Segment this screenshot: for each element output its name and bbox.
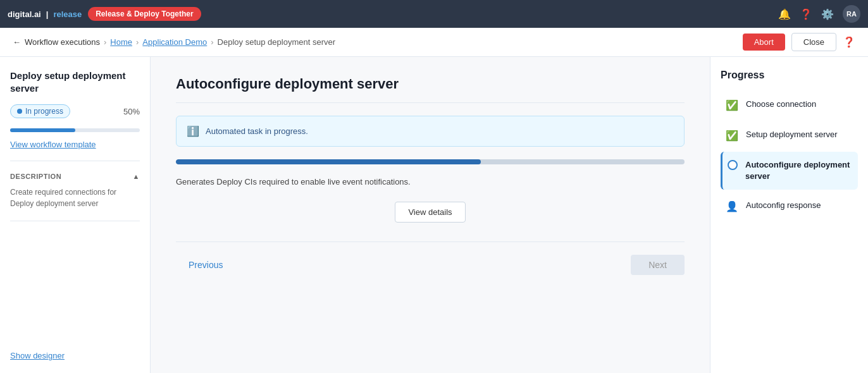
content-area: Autoconfigure deployment server ℹ️ Autom… <box>151 57 710 373</box>
breadcrumb-help-icon[interactable]: ❓ <box>843 36 855 48</box>
sidebar-divider2 <box>10 221 140 221</box>
task-progress-fill <box>176 159 481 164</box>
release-badge: Release & Deploy Together <box>88 7 201 21</box>
info-icon: ℹ️ <box>187 125 199 137</box>
sidebar-progress-fill <box>10 128 75 132</box>
top-nav-left: digital.ai | release Release & Deploy To… <box>8 7 201 21</box>
status-row: In progress 50% <box>10 104 140 118</box>
status-percent: 50% <box>123 107 140 116</box>
nav-divider <box>176 242 685 242</box>
content-title: Autoconfigure deployment server <box>176 76 685 92</box>
bell-icon[interactable]: 🔔 <box>778 8 791 20</box>
sep2: › <box>136 37 139 47</box>
logo: digital.ai | release <box>8 9 82 19</box>
info-box: ℹ️ Automated task in progress. <box>176 116 685 147</box>
sidebar: Deploy setup deployment server In progre… <box>0 57 151 373</box>
top-nav-right: 🔔 ❓ ⚙️ RA <box>778 5 860 23</box>
progress-item-choose-connection: ✅ Choose connection <box>721 91 858 119</box>
progress-panel: Progress ✅ Choose connection ✅ Setup dep… <box>710 57 868 373</box>
view-template-link[interactable]: View workflow template <box>10 140 140 149</box>
progress-item-autoconfigure: Autoconfigure deployment server <box>721 152 858 190</box>
progress-label-2: Setup deployment server <box>746 129 838 140</box>
abort-button[interactable]: Abort <box>743 34 785 51</box>
description-label: DESCRIPTION <box>10 173 61 180</box>
back-arrow-icon: ← <box>13 37 21 47</box>
back-button[interactable]: ← Workflow executions <box>13 37 100 47</box>
status-dot-icon <box>17 109 22 114</box>
logo-text: digital.ai <box>8 9 41 19</box>
step-nav: Previous Next <box>176 255 685 275</box>
status-label: In progress <box>25 107 63 116</box>
progress-label-4: Autoconfig response <box>746 200 821 211</box>
help-icon[interactable]: ❓ <box>800 8 812 20</box>
progress-label-1: Choose connection <box>746 99 816 110</box>
app-link[interactable]: Application Demo <box>142 37 207 47</box>
chevron-up-icon[interactable]: ▲ <box>133 173 140 180</box>
main-layout: Deploy setup deployment server In progre… <box>0 57 868 373</box>
description-text: Create required connections for Deploy d… <box>10 186 140 209</box>
progress-item-autoconfig-response: 👤 Autoconfig response <box>721 192 858 220</box>
show-designer-link[interactable]: Show designer <box>10 351 140 360</box>
sidebar-title: Deploy setup deployment server <box>10 70 140 94</box>
person-icon: 👤 <box>726 200 738 212</box>
check-icon-2: ✅ <box>726 130 738 142</box>
home-link[interactable]: Home <box>110 37 132 47</box>
sep1: › <box>104 37 106 47</box>
task-description: Generates Deploy CIs required to enable … <box>176 177 685 186</box>
task-progress-bar <box>176 159 685 164</box>
sidebar-progress-bar <box>10 128 140 132</box>
info-text: Automated task in progress. <box>206 126 308 136</box>
close-button[interactable]: Close <box>791 33 836 51</box>
view-details-button[interactable]: View details <box>395 202 465 223</box>
back-label: Workflow executions <box>25 37 100 47</box>
settings-icon[interactable]: ⚙️ <box>821 8 834 20</box>
current-page: Deploy setup deployment server <box>218 37 335 47</box>
breadcrumb-actions: Abort Close ❓ <box>743 33 855 51</box>
circle-icon <box>728 160 738 172</box>
previous-button[interactable]: Previous <box>176 255 235 275</box>
next-button[interactable]: Next <box>631 255 685 275</box>
sidebar-divider <box>10 161 140 161</box>
content-divider-top <box>176 102 685 103</box>
breadcrumb: ← Workflow executions › Home › Applicati… <box>13 37 335 47</box>
status-badge: In progress <box>10 104 70 118</box>
check-icon-1: ✅ <box>726 99 738 111</box>
avatar[interactable]: RA <box>843 5 860 23</box>
progress-panel-title: Progress <box>721 70 858 81</box>
breadcrumb-bar: ← Workflow executions › Home › Applicati… <box>0 28 868 57</box>
sep3: › <box>211 37 213 47</box>
progress-label-3: Autoconfigure deployment server <box>745 159 853 182</box>
progress-item-setup: ✅ Setup deployment server <box>721 121 858 149</box>
brand-text: release <box>53 9 82 19</box>
description-header: DESCRIPTION ▲ <box>10 173 140 180</box>
top-nav: digital.ai | release Release & Deploy To… <box>0 0 868 28</box>
